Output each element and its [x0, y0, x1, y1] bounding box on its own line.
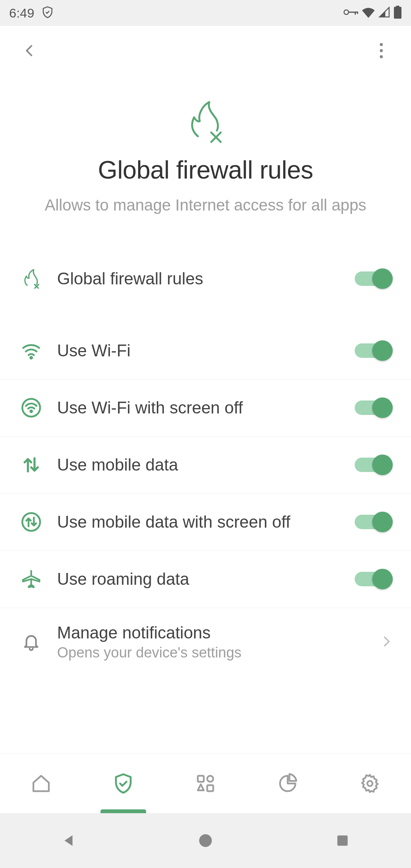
row-label: Global firewall rules — [57, 269, 347, 288]
back-button[interactable] — [18, 39, 41, 62]
row-global-firewall[interactable]: Global firewall rules — [0, 250, 411, 307]
chevron-right-icon — [380, 635, 393, 649]
row-use-wifi-screen-off[interactable]: Use Wi-Fi with screen off — [0, 380, 411, 437]
svg-rect-5 — [396, 6, 400, 7]
airplane-icon — [18, 569, 44, 589]
svg-point-7 — [380, 49, 383, 52]
battery-status-icon — [393, 6, 402, 20]
svg-point-6 — [380, 43, 383, 46]
more-menu-button[interactable] — [370, 39, 393, 62]
svg-rect-17 — [198, 775, 204, 782]
status-time: 6:49 — [9, 6, 34, 21]
svg-point-0 — [344, 10, 349, 14]
svg-point-18 — [207, 775, 213, 782]
system-nav-bar — [0, 813, 411, 868]
tab-settings[interactable] — [329, 753, 411, 813]
row-label: Use mobile data — [57, 455, 347, 474]
row-label: Use Wi-Fi with screen off — [57, 398, 347, 417]
app-header — [0, 26, 411, 75]
tab-apps[interactable] — [164, 753, 247, 813]
bottom-tab-bar — [0, 753, 411, 813]
row-label: Use Wi-Fi — [57, 341, 347, 360]
shield-status-icon — [41, 6, 54, 20]
row-use-mobile-data[interactable]: Use mobile data — [0, 437, 411, 494]
wifi-status-icon — [362, 6, 375, 19]
firewall-hero-icon — [15, 98, 396, 144]
svg-point-21 — [199, 834, 212, 847]
bell-icon — [18, 633, 44, 652]
toggle-use-wifi-screen-off[interactable] — [355, 397, 393, 418]
tab-home[interactable] — [0, 753, 82, 813]
row-subtitle: Opens your device's settings — [57, 645, 372, 661]
mobile-data-circle-icon — [18, 511, 44, 533]
toggle-global-firewall[interactable] — [355, 268, 393, 289]
row-label: Manage notifications — [57, 623, 372, 642]
key-status-icon — [343, 7, 358, 19]
firewall-icon — [18, 269, 44, 289]
row-label: Use mobile data with screen off — [57, 512, 347, 531]
svg-rect-22 — [338, 836, 348, 846]
wifi-icon — [18, 340, 44, 361]
tab-protection[interactable] — [82, 753, 164, 813]
nav-recent-button[interactable] — [320, 825, 365, 856]
svg-point-15 — [30, 410, 32, 412]
toggle-use-mobile-data[interactable] — [355, 455, 393, 475]
page-subtitle: Allows to manage Internet access for all… — [15, 195, 396, 216]
toggle-use-mobile-data-screen-off[interactable] — [355, 512, 393, 532]
settings-list: Global firewall rules Use Wi-Fi Use Wi-F… — [0, 250, 411, 677]
toggle-use-roaming-data[interactable] — [355, 569, 393, 589]
signal-status-icon — [378, 6, 390, 19]
toggle-use-wifi[interactable] — [355, 340, 393, 361]
nav-home-button[interactable] — [183, 825, 228, 856]
row-use-mobile-data-screen-off[interactable]: Use mobile data with screen off — [0, 494, 411, 551]
status-bar: 6:49 — [0, 0, 411, 26]
row-use-roaming-data[interactable]: Use roaming data — [0, 551, 411, 608]
nav-back-button[interactable] — [46, 825, 91, 856]
svg-rect-4 — [394, 7, 401, 19]
svg-rect-2 — [355, 12, 356, 15]
svg-point-20 — [367, 781, 373, 786]
tab-stats[interactable] — [247, 753, 329, 813]
hero-section: Global firewall rules Allows to manage I… — [0, 75, 411, 250]
mobile-data-icon — [18, 455, 44, 475]
page-title: Global firewall rules — [15, 155, 396, 184]
svg-rect-3 — [357, 12, 358, 14]
svg-point-13 — [30, 357, 32, 359]
row-label: Use roaming data — [57, 570, 347, 589]
svg-rect-19 — [207, 785, 213, 791]
row-use-wifi[interactable]: Use Wi-Fi — [0, 322, 411, 380]
wifi-circle-icon — [18, 397, 44, 418]
svg-rect-1 — [348, 12, 357, 13]
svg-point-8 — [380, 55, 383, 58]
row-manage-notifications[interactable]: Manage notifications Opens your device's… — [0, 608, 411, 677]
svg-point-16 — [22, 513, 40, 531]
